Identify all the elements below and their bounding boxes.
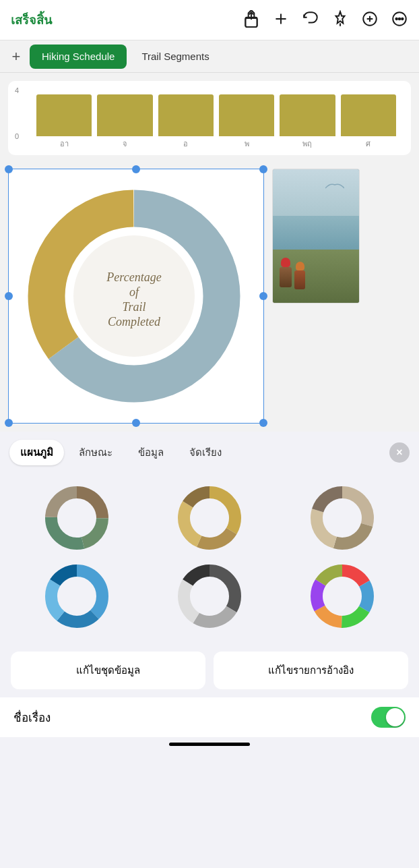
handle-tr[interactable] bbox=[259, 165, 267, 173]
bar-fri bbox=[341, 94, 396, 136]
bar-sun bbox=[36, 94, 92, 136]
handle-br[interactable] bbox=[259, 419, 267, 427]
toggle-knob bbox=[386, 708, 404, 726]
share-icon[interactable] bbox=[243, 10, 260, 30]
x-label-sun: อา bbox=[36, 138, 92, 150]
bar-chart[interactable]: 4 0 อา จ อ bbox=[8, 81, 411, 155]
donut-section: Percentage of Trail Completed bbox=[0, 155, 419, 432]
x-label-fri: ศ bbox=[341, 138, 396, 150]
donut-chart-selected[interactable]: Percentage of Trail Completed bbox=[8, 169, 264, 424]
title-toggle-row: ชื่อเรื่อง bbox=[0, 697, 419, 737]
format-tab-selector: แผนภูมิ ลักษณะ ข้อมูล จัดเรียง × bbox=[0, 432, 419, 473]
handle-tc[interactable] bbox=[132, 165, 140, 173]
bottom-panel: แผนภูมิ ลักษณะ ข้อมูล จัดเรียง × bbox=[0, 432, 419, 749]
more-icon[interactable] bbox=[391, 10, 408, 30]
add-icon[interactable] bbox=[272, 10, 290, 30]
bar-tue bbox=[158, 94, 214, 136]
bar-mon bbox=[97, 94, 152, 136]
title-label: ชื่อเรื่อง bbox=[13, 708, 51, 726]
svg-text:Trail: Trail bbox=[122, 300, 146, 314]
action-buttons: แก้ไขชุดข้อมูล แก้ไขรายการอ้างอิง bbox=[0, 641, 419, 697]
undo-icon[interactable] bbox=[302, 10, 319, 30]
handle-tl[interactable] bbox=[5, 165, 13, 173]
svg-point-10 bbox=[399, 18, 401, 20]
add-sheet-button[interactable]: + bbox=[5, 46, 27, 67]
sheet-tabs: + Hiking Schedule Trail Segments bbox=[0, 40, 419, 73]
toolbar-icons bbox=[243, 10, 408, 30]
close-panel-button[interactable]: × bbox=[389, 442, 410, 463]
svg-text:Completed: Completed bbox=[108, 315, 161, 328]
svg-point-28 bbox=[192, 500, 227, 536]
title-toggle[interactable] bbox=[371, 707, 406, 728]
photo-card bbox=[272, 169, 360, 303]
svg-point-33 bbox=[325, 500, 360, 536]
svg-point-38 bbox=[59, 579, 94, 614]
handle-mr[interactable] bbox=[259, 292, 267, 300]
bar-wed bbox=[219, 94, 274, 136]
chart-style-4[interactable] bbox=[16, 562, 138, 630]
tab-mapphumi[interactable]: แผนภูมิ bbox=[9, 440, 64, 465]
chart-style-5[interactable] bbox=[149, 562, 271, 630]
x-label-thu: พฤ bbox=[280, 138, 335, 150]
handle-bc[interactable] bbox=[132, 419, 140, 427]
y-label-4: 4 bbox=[15, 86, 19, 94]
tab-laksana[interactable]: ลักษณะ bbox=[68, 440, 123, 465]
y-label-0: 0 bbox=[15, 132, 19, 140]
svg-text:Percentage: Percentage bbox=[106, 270, 161, 284]
edit-data-button[interactable]: แก้ไขชุดข้อมูล bbox=[11, 652, 205, 689]
photo-image bbox=[273, 169, 359, 303]
tab-trail-segments[interactable]: Trail Segments bbox=[129, 45, 221, 69]
svg-point-23 bbox=[59, 500, 94, 536]
svg-point-11 bbox=[401, 18, 404, 20]
x-label-mon: จ bbox=[97, 138, 152, 150]
x-label-wed: พ bbox=[219, 138, 274, 150]
edit-references-button[interactable]: แก้ไขรายการอ้างอิง bbox=[214, 652, 408, 689]
x-label-tue: อ bbox=[158, 138, 214, 150]
svg-point-50 bbox=[325, 579, 360, 614]
home-bar bbox=[169, 743, 250, 746]
pin-icon[interactable] bbox=[331, 10, 349, 30]
top-bar: เสร็จสิ้น bbox=[0, 0, 419, 40]
donut-svg: Percentage of Trail Completed bbox=[20, 181, 249, 411]
tab-jad-riang[interactable]: จัดเรียง bbox=[179, 440, 232, 465]
format-icon[interactable] bbox=[361, 10, 379, 30]
svg-point-43 bbox=[192, 579, 227, 614]
home-indicator bbox=[0, 737, 419, 749]
bar-thu bbox=[280, 94, 335, 136]
svg-point-9 bbox=[395, 18, 397, 20]
chart-style-6[interactable] bbox=[281, 562, 403, 630]
chart-style-2[interactable] bbox=[149, 484, 271, 552]
chart-style-1[interactable] bbox=[16, 484, 138, 552]
spreadsheet-area: 4 0 อา จ อ bbox=[0, 73, 419, 155]
handle-bl[interactable] bbox=[5, 419, 13, 427]
done-button[interactable]: เสร็จสิ้น bbox=[11, 10, 52, 30]
tab-hiking-schedule[interactable]: Hiking Schedule bbox=[30, 45, 127, 69]
chart-styles-grid bbox=[0, 473, 419, 641]
bird-silhouette bbox=[325, 181, 344, 191]
chart-style-3[interactable] bbox=[281, 484, 403, 552]
tab-khomun[interactable]: ข้อมูล bbox=[127, 440, 174, 465]
handle-ml[interactable] bbox=[5, 292, 13, 300]
